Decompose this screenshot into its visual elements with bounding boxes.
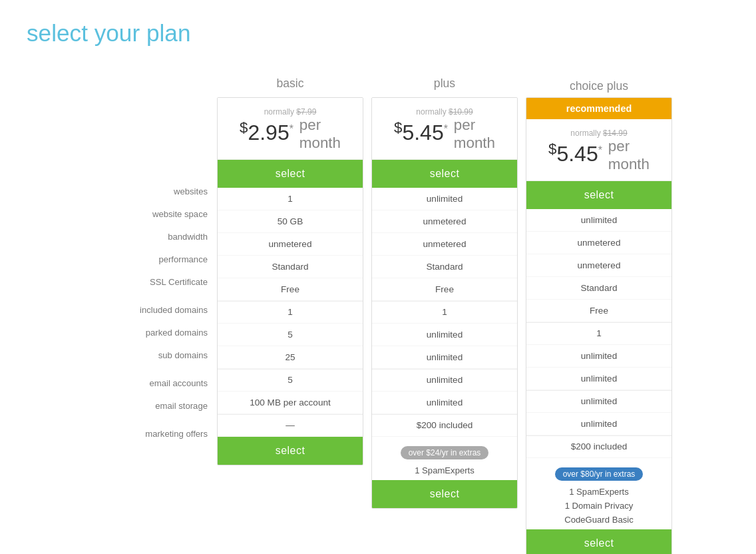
plan-choice-plus-card: recommended normally $14.99 $5.45* permo… <box>526 97 672 554</box>
plan-plus-select-top[interactable]: select <box>372 160 517 188</box>
plans-container: basic normally $7.99 $2.95* permonth sel… <box>217 73 672 554</box>
plan-basic-bandwidth: unmetered <box>218 233 363 256</box>
plan-basic-price-section: normally $7.99 $2.95* permonth <box>218 98 363 160</box>
plan-plus-email-accounts: unlimited <box>372 369 517 392</box>
plan-plus-ssl: Free <box>372 278 517 301</box>
plan-choice-plus-name: choice plus <box>526 73 672 93</box>
plan-basic-parked-domains: 5 <box>218 324 363 346</box>
plan-basic-price: $2.95* permonth <box>224 117 356 152</box>
plan-plus-card: normally $10.99 $5.45* permonth select u… <box>371 97 518 509</box>
plan-choice-plus-email-accounts: unlimited <box>526 390 671 413</box>
plan-choice-plus-domain-privacy: 1 Domain Privacy <box>526 499 671 513</box>
plan-choice-plus: choice plus recommended normally $14.99 … <box>526 73 672 554</box>
label-included-domains: included domains <box>84 298 217 321</box>
plan-choice-plus-included-domains: 1 <box>526 322 671 345</box>
plan-plus-normally: normally $10.99 <box>379 107 510 117</box>
plan-plus-email-storage: unlimited <box>372 392 517 414</box>
plan-plus-websites: unlimited <box>372 188 517 210</box>
plan-choice-plus-extras-badge: over $80/yr in extras <box>555 467 644 481</box>
label-website-space: website space <box>84 202 217 225</box>
plan-choice-plus-codeguard: CodeGuard Basic <box>526 513 671 527</box>
plan-plus-name: plus <box>371 73 518 93</box>
plan-plus-features: unlimited unmetered unmetered Standard F… <box>372 188 517 437</box>
page-title: select your plan <box>27 20 743 47</box>
plan-basic-per-month: permonth <box>299 117 341 152</box>
plan-choice-plus-marketing: $200 included <box>526 435 671 458</box>
plan-choice-plus-price: $5.45* permonth <box>533 138 665 174</box>
plan-basic-select-bottom[interactable]: select <box>218 437 363 465</box>
plan-plus-parked-domains: unlimited <box>372 324 517 346</box>
plan-choice-plus-normally: normally $14.99 <box>533 129 665 138</box>
plan-basic-normally: normally $7.99 <box>224 107 356 117</box>
plan-basic: basic normally $7.99 $2.95* permonth sel… <box>217 73 363 465</box>
plan-plus-price: $5.45* permonth <box>379 117 510 152</box>
plan-plus-extras-badge: over $24/yr in extras <box>401 446 489 459</box>
plan-choice-plus-bandwidth: unmetered <box>526 254 671 277</box>
plan-basic-card: normally $7.99 $2.95* permonth select 1 … <box>217 97 363 465</box>
plan-basic-select-top[interactable]: select <box>218 160 363 188</box>
plan-plus-per-month: permonth <box>454 117 495 152</box>
plans-wrapper: websites website space bandwidth perform… <box>45 73 711 554</box>
plan-basic-dollar: $ <box>240 119 248 136</box>
plan-basic-performance: Standard <box>218 256 363 278</box>
plan-plus-spam-experts: 1 SpamExperts <box>372 463 517 477</box>
plan-choice-plus-spam-experts: 1 SpamExperts <box>526 485 671 499</box>
plan-basic-sub-domains: 25 <box>218 346 363 369</box>
plan-plus-price-section: normally $10.99 $5.45* permonth <box>372 98 517 160</box>
plan-choice-plus-price-section: normally $14.99 $5.45* permonth <box>526 119 671 181</box>
label-marketing-offers: marketing offers <box>84 422 217 445</box>
plan-plus-website-space: unmetered <box>372 210 517 233</box>
plan-basic-name: basic <box>217 73 363 93</box>
plan-plus: plus normally $10.99 $5.45* permonth sel… <box>371 73 518 509</box>
plan-choice-plus-recommended-badge: recommended <box>526 98 671 119</box>
label-bandwidth: bandwidth <box>84 225 217 248</box>
plan-choice-plus-sub-domains: unlimited <box>526 368 671 390</box>
plan-basic-email-storage: 100 MB per account <box>218 392 363 414</box>
label-sub-domains: sub domains <box>84 344 217 366</box>
plan-basic-email-accounts: 5 <box>218 369 363 392</box>
plan-basic-marketing: — <box>218 414 363 437</box>
plan-choice-plus-websites: unlimited <box>526 209 671 232</box>
feature-labels-column: websites website space bandwidth perform… <box>84 73 217 445</box>
plan-choice-plus-parked-domains: unlimited <box>526 345 671 368</box>
plan-basic-features: 1 50 GB unmetered Standard Free 1 5 25 5… <box>218 188 363 437</box>
plan-choice-plus-select-top[interactable]: select <box>526 181 671 209</box>
plan-basic-websites: 1 <box>218 188 363 210</box>
label-email-storage: email storage <box>84 394 217 417</box>
plan-choice-plus-performance: Standard <box>526 277 671 300</box>
plan-choice-plus-extras: over $80/yr in extras 1 SpamExperts 1 Do… <box>526 458 671 529</box>
plan-basic-included-domains: 1 <box>218 301 363 324</box>
plan-plus-bandwidth: unmetered <box>372 233 517 256</box>
plan-choice-plus-features: unlimited unmetered unmetered Standard F… <box>526 209 671 458</box>
plan-plus-sub-domains: unlimited <box>372 346 517 369</box>
plan-plus-performance: Standard <box>372 256 517 278</box>
plan-plus-dollar: $ <box>394 119 402 136</box>
plan-choice-plus-dollar: $ <box>548 140 556 157</box>
plan-basic-ssl: Free <box>218 278 363 301</box>
plan-plus-select-bottom[interactable]: select <box>372 480 517 508</box>
plan-basic-website-space: 50 GB <box>218 210 363 233</box>
plan-plus-marketing: $200 included <box>372 414 517 437</box>
label-parked-domains: parked domains <box>84 321 217 344</box>
plan-plus-extras: over $24/yr in extras 1 SpamExperts <box>372 437 517 480</box>
plan-choice-plus-select-bottom[interactable]: select <box>526 529 671 554</box>
plan-choice-plus-email-storage: unlimited <box>526 413 671 435</box>
plan-choice-plus-per-month: permonth <box>608 138 650 174</box>
label-performance: performance <box>84 248 217 270</box>
plan-plus-included-domains: 1 <box>372 301 517 324</box>
label-websites: websites <box>84 180 217 202</box>
label-ssl-certificate: SSL Certificate <box>84 270 217 293</box>
plan-choice-plus-website-space: unmetered <box>526 232 671 254</box>
plan-choice-plus-ssl: Free <box>526 300 671 322</box>
label-email-accounts: email accounts <box>84 372 217 394</box>
